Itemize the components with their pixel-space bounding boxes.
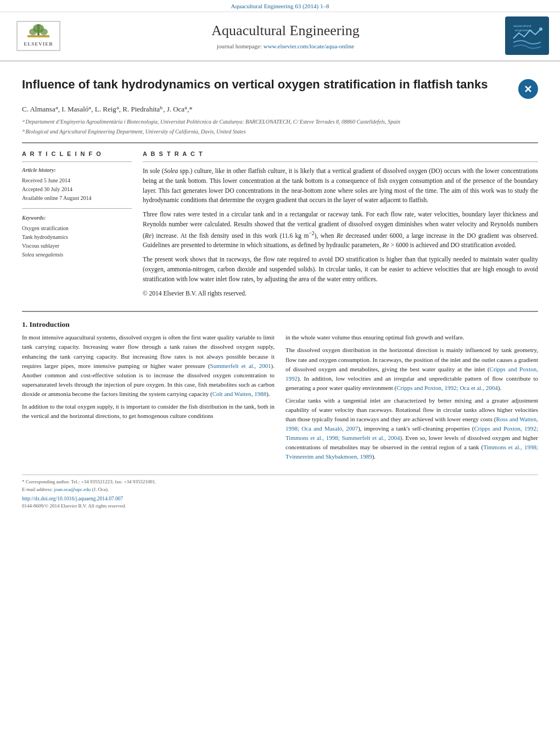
abstract-column: A B S T R A C T In sole (Solea spp.) cul…: [143, 150, 538, 303]
keyword-2: Tank hydrodynamics: [22, 233, 132, 242]
email-label: E-mail address:: [22, 487, 53, 492]
journal-meta-row: ELSEVIER Aquacultural Engineering journa…: [0, 12, 560, 57]
keyword-3: Viscous sublayer: [22, 242, 132, 250]
keyword-4: Solea senegalensis: [22, 250, 132, 259]
elsevier-tree-icon: [27, 24, 49, 40]
crossmark-svg: [522, 83, 534, 95]
article-history: Article history: Received 5 June 2014 Ac…: [22, 166, 132, 203]
abstract-divider: [143, 161, 538, 162]
intro-right-col: in the whole water volume thus ensuring …: [285, 333, 538, 465]
journal-header: Aquacultural Engineering 63 (2014) 1–8 E…: [0, 0, 560, 62]
available-line: Available online 7 August 2014: [22, 194, 132, 203]
crossmark-circle: [518, 79, 538, 99]
keywords-section: Keywords: Oxygen stratification Tank hyd…: [22, 214, 132, 259]
homepage-label: journal homepage:: [217, 43, 262, 49]
intro-left-p2: In addition to the total oxygen supply, …: [22, 402, 275, 421]
intro-section-num: 1.: [22, 320, 27, 328]
footer-copyright: 0144-8609/© 2014 Elsevier B.V. All right…: [22, 503, 538, 510]
abstract-copyright: © 2014 Elsevier B.V. All rights reserved…: [143, 289, 538, 299]
intro-two-col: In most intensive aquacultural systems, …: [22, 333, 538, 465]
intro-right-p3: Circular tanks with a tangential inlet a…: [285, 396, 538, 461]
doi-text: http://dx.doi.org/10.1016/j.aquaeng.2014…: [22, 496, 123, 501]
intro-left-col: In most intensive aquacultural systems, …: [22, 333, 275, 465]
ref-timmons-1998[interactable]: Timmons et al., 1998; Tvinnereim and Sky…: [285, 444, 538, 460]
abstract-heading: A B S T R A C T: [143, 150, 538, 158]
email-suffix: (J. Oca).: [92, 487, 109, 492]
article-info-abstract-row: A R T I C L E I N F O Article history: R…: [22, 150, 538, 303]
abstract-p1: In sole (Solea spp.) culture, like in ot…: [143, 166, 538, 205]
svg-rect-0: [27, 35, 49, 37]
affiliation-a-text: ᵃ Departament d’Enginyeria Agroalimentàr…: [22, 119, 400, 125]
journal-name: Aquacultural Engineering: [66, 21, 505, 41]
main-body: 1. Introduction In most intensive aquacu…: [22, 320, 538, 465]
affiliation-b: ᵇ Biological and Agricultural Engineerin…: [22, 128, 538, 136]
intro-section-label: Introduction: [30, 320, 70, 328]
article-info-heading: A R T I C L E I N F O: [22, 150, 132, 158]
header-divider: [22, 142, 538, 143]
doi-line[interactable]: http://dx.doi.org/10.1016/j.aquaeng.2014…: [22, 495, 538, 503]
article-container: Influence of tank hydrodynamics on verti…: [0, 62, 560, 521]
abstract-p3: The present work shows that in raceways,…: [143, 255, 538, 284]
aqua-engineering-logo-icon: aquacultural engineering: [511, 19, 544, 52]
svg-text:aquacultural: aquacultural: [513, 24, 531, 27]
footnote: * Corresponding author. Tel.: +34 935521…: [22, 478, 538, 493]
ref-cripps-poxton-1992a[interactable]: Cripps and Poxton, 1992: [285, 366, 538, 382]
authors-text: C. Almansaᵃ, I. Masalóᵃ, L. Reigᵃ, R. Pi…: [22, 105, 193, 113]
ref-cripps-poxton-1992b[interactable]: Cripps and Poxton, 1992; Oca et al., 200…: [396, 384, 498, 391]
abstract-p2: Three flow rates were tested in a circul…: [143, 210, 538, 250]
article-info-divider: [22, 161, 132, 162]
affiliation-b-text: ᵇ Biological and Agricultural Engineerin…: [22, 129, 246, 135]
ref-colt-watten-1988[interactable]: Colt and Watten, 1988: [212, 390, 267, 397]
journal-homepage: journal homepage: www.elsevier.com/locat…: [66, 42, 505, 51]
keyword-1: Oxygen stratification: [22, 224, 132, 233]
intro-section-title: 1. Introduction: [22, 320, 538, 330]
history-label: Article history:: [22, 166, 132, 174]
elsevier-logo-img: ELSEVIER: [24, 24, 53, 48]
intro-right-p2: The dissolved oxygen distribution in the…: [285, 345, 538, 392]
article-info-column: A R T I C L E I N F O Article history: R…: [22, 150, 132, 303]
body-divider: [22, 311, 538, 312]
footer-section: * Corresponding author. Tel.: +34 935521…: [22, 475, 538, 510]
crossmark-icon[interactable]: [518, 79, 538, 99]
footnote-star-text: * Corresponding author. Tel.: +34 935521…: [22, 479, 156, 484]
svg-point-3: [29, 29, 37, 35]
intro-right-p1: in the whole water volume thus ensuring …: [285, 333, 538, 342]
keywords-divider: [22, 208, 132, 209]
elsevier-brand-text: ELSEVIER: [24, 41, 53, 48]
journal-logo-right: aquacultural engineering: [505, 16, 549, 55]
accepted-line: Accepted 30 July 2014: [22, 185, 132, 194]
homepage-url[interactable]: www.elsevier.com/locate/aqua-online: [264, 43, 354, 49]
svg-point-8: [539, 27, 542, 31]
elsevier-logo: ELSEVIER: [11, 21, 66, 51]
journal-issue-link[interactable]: Aquacultural Engineering 63 (2014) 1–8: [231, 3, 329, 9]
keywords-label: Keywords:: [22, 214, 132, 222]
received-line: Received 5 June 2014: [22, 176, 132, 185]
svg-point-4: [40, 29, 48, 35]
article-title-section: Influence of tank hydrodynamics on verti…: [22, 77, 538, 99]
authors-line: C. Almansaᵃ, I. Masalóᵃ, L. Reigᵃ, R. Pi…: [22, 104, 538, 114]
intro-left-p1: In most intensive aquacultural systems, …: [22, 333, 275, 398]
email-link[interactable]: joan.oca@upc.edu: [54, 487, 91, 492]
elsevier-logo-box: ELSEVIER: [16, 21, 60, 51]
article-title: Influence of tank hydrodynamics on verti…: [22, 77, 512, 93]
journal-title-center: Aquacultural Engineering journal homepag…: [66, 21, 505, 51]
ref-summerfelt-2001[interactable]: Summerfelt et al., 2001: [210, 362, 271, 369]
affiliation-a: ᵃ Departament d’Enginyeria Agroalimentàr…: [22, 118, 538, 126]
journal-top-bar: Aquacultural Engineering 63 (2014) 1–8: [0, 0, 560, 12]
